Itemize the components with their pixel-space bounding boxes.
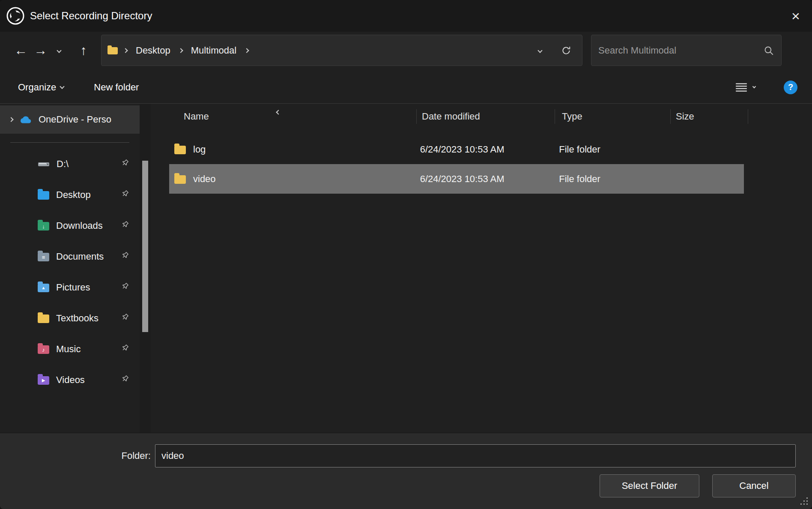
expand-chevron-icon[interactable]	[9, 117, 13, 122]
cancel-button[interactable]: Cancel	[712, 474, 796, 497]
table-row-log[interactable]: log 6/24/2023 10:53 AM File folder	[169, 135, 744, 164]
sidebar-item-pictures[interactable]: ▲ Pictures	[0, 272, 140, 303]
chevron-down-icon	[57, 48, 61, 53]
folder-field-label: Folder:	[0, 450, 155, 461]
folder-icon	[174, 175, 186, 184]
organize-button[interactable]: Organize	[18, 82, 64, 93]
breadcrumb-desktop[interactable]: Desktop	[133, 43, 173, 58]
help-button[interactable]: ?	[784, 81, 797, 94]
pin-icon	[121, 313, 129, 324]
file-type: File folder	[552, 164, 667, 194]
sidebar-item-label: D:\	[57, 159, 69, 170]
sidebar-item-documents[interactable]: ≡ Documents	[0, 241, 140, 272]
search-icon[interactable]	[763, 45, 774, 56]
pictures-folder-icon: ▲	[38, 284, 49, 292]
desktop-folder-icon	[38, 191, 49, 200]
folder-icon	[38, 314, 49, 323]
pin-icon	[121, 251, 129, 262]
navigation-bar: ← → ↑ Desktop Multimodal	[0, 35, 812, 66]
onedrive-cloud-icon	[19, 115, 33, 124]
file-list: Name Date modified Type Size log 6/24/20…	[151, 104, 812, 433]
navigation-pane: OneDrive - Perso D:\ Desktop	[0, 104, 140, 433]
folder-icon	[174, 146, 186, 154]
refresh-button[interactable]	[561, 45, 572, 56]
refresh-icon	[561, 45, 572, 56]
sidebar-item-desktop[interactable]: Desktop	[0, 180, 140, 210]
table-row-video[interactable]: video 6/24/2023 10:53 AM File folder	[169, 164, 744, 194]
sidebar-item-music[interactable]: ♪ Music	[0, 334, 140, 365]
file-name: video	[193, 174, 216, 185]
window-title: Select Recording Directory	[30, 10, 152, 22]
folder-name-input[interactable]	[155, 444, 796, 467]
sidebar-scrollbar[interactable]	[140, 104, 151, 433]
documents-folder-icon: ≡	[38, 253, 49, 261]
new-folder-button[interactable]: New folder	[94, 82, 139, 93]
breadcrumb-multimodal[interactable]: Multimodal	[188, 43, 239, 58]
resize-grip[interactable]	[806, 503, 808, 505]
column-header-name[interactable]: Name	[169, 104, 417, 129]
sidebar-item-videos[interactable]: ▶ Videos	[0, 365, 140, 395]
sidebar-separator	[10, 142, 129, 143]
back-button[interactable]: ←	[11, 43, 31, 58]
sidebar-item-label: Downloads	[56, 220, 103, 231]
sidebar-item-label: Pictures	[56, 282, 90, 293]
up-button[interactable]: ↑	[74, 43, 93, 58]
dialog-footer: Folder: Select Folder Cancel	[0, 433, 812, 509]
folder-icon	[107, 47, 118, 54]
pin-icon	[121, 159, 129, 170]
forward-button[interactable]: →	[31, 43, 51, 58]
address-bar[interactable]: Desktop Multimodal	[101, 35, 582, 66]
new-folder-label: New folder	[94, 82, 139, 93]
sidebar-item-textbooks[interactable]: Textbooks	[0, 303, 140, 334]
select-folder-button[interactable]: Select Folder	[600, 474, 699, 497]
search-input[interactable]	[598, 45, 763, 56]
column-header-size[interactable]: Size	[671, 104, 748, 129]
column-header-type[interactable]: Type	[555, 104, 671, 129]
sidebar-item-downloads[interactable]: ↓ Downloads	[0, 210, 140, 241]
file-date-modified: 6/24/2023 10:53 AM	[415, 135, 552, 164]
sidebar-item-label: Desktop	[56, 189, 91, 201]
file-rows: log 6/24/2023 10:53 AM File folder video…	[169, 135, 812, 194]
column-header-date-modified[interactable]: Date modified	[417, 104, 555, 129]
breadcrumb-chevron-icon[interactable]	[123, 48, 128, 53]
select-recording-directory-dialog: Select Recording Directory × ← → ↑ Deskt…	[0, 0, 812, 509]
scrollbar-thumb[interactable]	[142, 161, 148, 332]
drive-icon	[38, 160, 50, 168]
sidebar-item-label: Documents	[56, 251, 104, 262]
sidebar-item-label: Videos	[56, 374, 85, 386]
pin-icon	[121, 344, 129, 355]
dialog-content: OneDrive - Perso D:\ Desktop	[0, 104, 812, 433]
column-header-row: Name Date modified Type Size	[169, 104, 748, 129]
obs-logo-icon	[6, 6, 25, 25]
close-button[interactable]: ×	[779, 0, 812, 32]
details-view-icon	[735, 82, 748, 93]
breadcrumb-chevron-icon[interactable]	[178, 48, 183, 53]
sidebar-item-d-drive[interactable]: D:\	[0, 149, 140, 180]
pin-icon	[121, 282, 129, 293]
recent-locations-button[interactable]	[51, 42, 68, 59]
pin-icon	[121, 189, 129, 201]
chevron-down-icon	[537, 48, 542, 53]
sidebar-item-label: OneDrive - Perso	[39, 114, 111, 125]
file-size	[667, 164, 744, 194]
organize-label: Organize	[18, 82, 56, 93]
search-box	[591, 35, 782, 66]
address-dropdown-button[interactable]	[538, 49, 542, 52]
file-type: File folder	[552, 135, 667, 164]
view-mode-button[interactable]	[735, 82, 755, 93]
chevron-down-icon	[752, 85, 756, 88]
command-toolbar: Organize New folder ?	[0, 71, 812, 104]
pin-icon	[121, 220, 129, 231]
sidebar-item-onedrive[interactable]: OneDrive - Perso	[0, 105, 140, 134]
videos-folder-icon: ▶	[38, 376, 49, 385]
title-bar: Select Recording Directory ×	[0, 0, 812, 32]
sidebar-item-label: Textbooks	[56, 313, 99, 324]
file-size	[667, 135, 744, 164]
downloads-folder-icon: ↓	[38, 222, 49, 231]
sidebar-item-label: Music	[56, 344, 81, 355]
music-folder-icon: ♪	[38, 345, 49, 354]
chevron-down-icon	[60, 84, 65, 89]
breadcrumb-chevron-icon[interactable]	[244, 48, 249, 53]
file-name: log	[193, 144, 206, 155]
file-date-modified: 6/24/2023 10:53 AM	[415, 164, 552, 194]
